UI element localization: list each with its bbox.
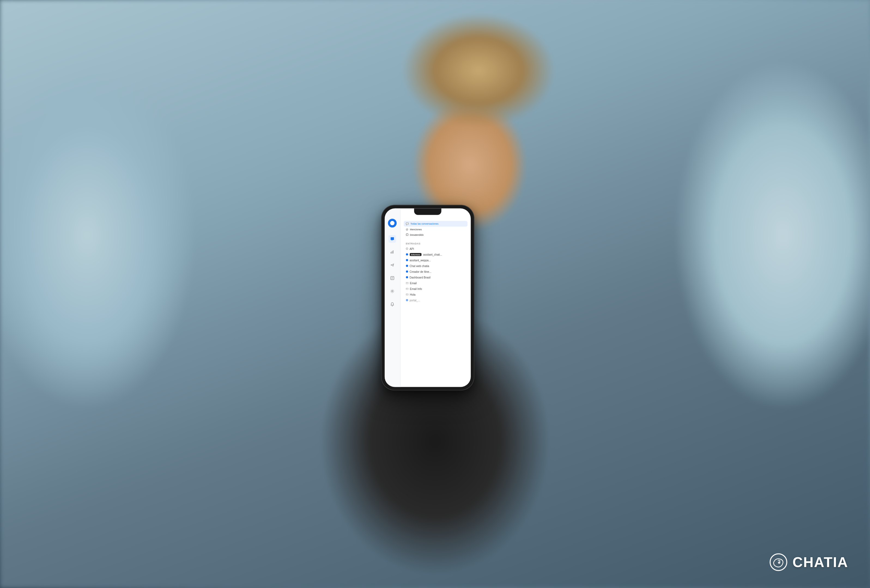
inbox-item-assistant-chati[interactable]: Informes assitant_chati... (400, 251, 471, 257)
dot-assistant-chati (406, 254, 408, 255)
svg-point-11 (778, 561, 781, 564)
inbox-label-creador: Creador de Itine... (410, 270, 431, 273)
sidebar-icon-conversations[interactable] (389, 235, 396, 243)
desatendido-icon (406, 233, 408, 236)
svg-point-4 (392, 291, 393, 292)
sidebar-icon-settings[interactable] (389, 288, 396, 295)
inbox-item-portal[interactable]: portal_... (400, 297, 471, 303)
inbox-label-email-info: Email Info (410, 287, 422, 290)
email-icon (406, 282, 408, 285)
sidebar (384, 208, 400, 387)
inbox-item-dashboard[interactable]: Dashboard Brasil (400, 275, 471, 280)
chatia-text: CHATIA (793, 554, 848, 570)
dot-assistant-weppa (406, 259, 408, 261)
inbox-label-assistant-chati: assitant_chati... (423, 253, 442, 256)
svg-rect-5 (406, 233, 408, 236)
section-entradas: Entradas API Informes (400, 240, 471, 303)
svg-rect-0 (391, 252, 391, 254)
app-logo[interactable] (388, 219, 397, 227)
inbox-item-chat-web[interactable]: Chat web chatia (400, 263, 471, 269)
menciones-icon: @ (406, 228, 408, 230)
phone-wrapper: 💬 Todas las conversaciones @ Menciones D… (381, 205, 474, 391)
chatia-branding: CHATIA (769, 552, 848, 572)
inbox-label-portal: portal_... (410, 298, 420, 301)
sidebar-icon-notifications[interactable] (389, 300, 396, 308)
nav-item-desatendido[interactable]: Desatendido (404, 232, 467, 238)
inbox-item-assistant-weppa[interactable]: assitant_weppa... (400, 257, 471, 263)
nav-item-todas[interactable]: 💬 Todas las conversaciones (404, 221, 467, 227)
inbox-label-hola: Hola (410, 293, 416, 296)
svg-rect-1 (392, 251, 392, 254)
sidebar-icon-analytics[interactable] (389, 248, 396, 256)
sidebar-icon-campaigns[interactable] (389, 261, 396, 269)
dot-dashboard (406, 276, 408, 279)
svg-rect-2 (393, 251, 393, 254)
phone-device: 💬 Todas las conversaciones @ Menciones D… (381, 205, 474, 391)
todas-icon: 💬 (406, 223, 409, 225)
hola-icon (406, 293, 408, 296)
inbox-label-api: API (410, 247, 414, 250)
chatia-icon (769, 552, 788, 572)
inbox-item-creador[interactable]: Creador de Itine... (400, 269, 471, 275)
nav-label-todas: Todas las conversaciones (410, 223, 438, 226)
inbox-item-hola[interactable]: Hola (400, 291, 471, 297)
api-icon (406, 248, 408, 250)
nav-section: 💬 Todas las conversaciones @ Menciones D… (400, 219, 471, 240)
inbox-item-api[interactable]: API (400, 246, 471, 251)
nav-item-menciones[interactable]: @ Menciones (404, 227, 467, 232)
nav-label-menciones: Menciones (410, 228, 422, 230)
inbox-label-chat-web: Chat web chatia (410, 264, 429, 267)
dot-portal (406, 299, 408, 301)
svg-point-6 (406, 248, 408, 249)
inbox-item-email-info[interactable]: Email Info (400, 286, 471, 291)
nav-label-desatendido: Desatendido (410, 233, 424, 236)
dot-chat-web (406, 265, 408, 267)
main-content: 💬 Todas las conversaciones @ Menciones D… (400, 208, 471, 387)
logo-inner (390, 221, 395, 226)
inbox-label-dashboard: Dashboard Brasil (410, 276, 431, 279)
tooltip-informes: Informes (410, 253, 422, 256)
phone-screen: 💬 Todas las conversaciones @ Menciones D… (384, 208, 471, 387)
inbox-label-assistant-weppa: assitant_weppa... (410, 258, 431, 261)
section-label-entradas: Entradas (400, 240, 471, 246)
sidebar-icon-reports[interactable] (389, 275, 396, 282)
dot-creador (406, 270, 408, 273)
phone-notch (414, 208, 441, 215)
email-info-icon (406, 287, 408, 290)
inbox-item-email[interactable]: Email (400, 280, 471, 286)
inbox-label-email: Email (410, 282, 417, 285)
